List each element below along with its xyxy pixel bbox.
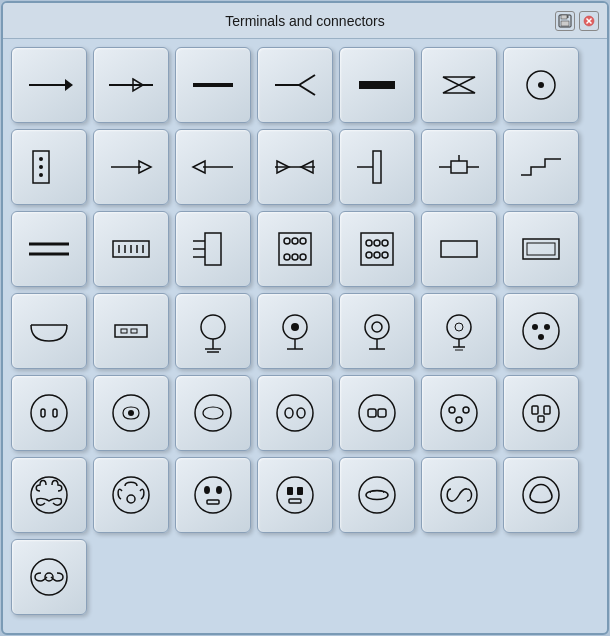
svg-point-114	[204, 486, 210, 494]
symbol-plug-round1[interactable]	[93, 375, 169, 451]
svg-point-53	[292, 238, 298, 244]
symbol-plug-3pin[interactable]	[421, 375, 497, 451]
svg-rect-34	[451, 161, 467, 173]
symbol-plug-twist1[interactable]	[421, 457, 497, 533]
svg-point-51	[284, 254, 290, 260]
symbol-junction-box[interactable]	[11, 129, 87, 205]
svg-rect-30	[373, 151, 381, 183]
symbol-power-plug[interactable]	[503, 293, 579, 369]
symbol-plug-twist2[interactable]	[503, 457, 579, 533]
symbol-plug-2pin-flat2[interactable]	[339, 375, 415, 451]
svg-point-97	[285, 408, 293, 418]
svg-point-105	[456, 417, 462, 423]
symbol-switch[interactable]	[421, 129, 497, 205]
symbol-arrow-line[interactable]	[93, 47, 169, 123]
svg-point-96	[277, 395, 313, 431]
svg-point-95	[195, 395, 231, 431]
svg-rect-64	[527, 243, 555, 255]
symbol-plug-3claw1[interactable]	[11, 457, 87, 533]
svg-marker-16	[443, 77, 475, 93]
symbol-connector-cross1[interactable]	[257, 211, 333, 287]
svg-rect-91	[41, 409, 45, 417]
svg-point-115	[216, 486, 222, 494]
svg-point-50	[300, 238, 306, 244]
svg-rect-1	[561, 15, 567, 19]
symbol-thick-line[interactable]	[339, 47, 415, 123]
svg-point-22	[39, 173, 43, 177]
svg-point-94	[128, 410, 134, 416]
svg-point-121	[359, 477, 395, 513]
svg-rect-101	[378, 409, 386, 417]
symbol-multipin[interactable]	[175, 211, 251, 287]
svg-rect-100	[368, 409, 376, 417]
svg-line-13	[299, 75, 315, 85]
svg-rect-15	[359, 81, 395, 89]
symbol-terminal-post[interactable]	[339, 129, 415, 205]
symbol-plug-3claw2[interactable]	[93, 457, 169, 533]
symbol-circle-ground1[interactable]	[175, 293, 251, 369]
svg-rect-92	[53, 409, 57, 417]
svg-point-110	[31, 477, 67, 513]
symbol-plug-last[interactable]	[11, 539, 87, 615]
symbol-bar[interactable]	[175, 47, 251, 123]
svg-rect-119	[297, 487, 303, 495]
svg-point-117	[277, 477, 313, 513]
svg-point-81	[447, 315, 471, 339]
svg-point-77	[365, 315, 389, 339]
svg-rect-118	[287, 487, 293, 495]
close-button[interactable]	[579, 11, 599, 31]
symbol-connector-cross2[interactable]	[339, 211, 415, 287]
svg-point-82	[455, 323, 463, 331]
symbol-hourglass[interactable]	[421, 47, 497, 123]
symbol-double-bar[interactable]	[11, 211, 87, 287]
svg-point-98	[297, 408, 305, 418]
svg-point-74	[291, 323, 299, 331]
svg-point-57	[374, 240, 380, 246]
symbol-plug-face2[interactable]	[257, 457, 333, 533]
svg-rect-120	[289, 499, 301, 503]
symbol-step-line[interactable]	[503, 129, 579, 205]
symbol-arrow-right-thin[interactable]	[93, 129, 169, 205]
svg-point-49	[284, 238, 290, 244]
svg-point-58	[382, 240, 388, 246]
svg-point-88	[544, 324, 550, 330]
svg-point-18	[538, 82, 544, 88]
symbol-rect-connector[interactable]	[421, 211, 497, 287]
svg-point-56	[366, 240, 372, 246]
symbol-arrow-left-thin[interactable]	[175, 129, 251, 205]
symbol-plug-oval1[interactable]	[339, 457, 415, 533]
symbol-circle-ground2[interactable]	[257, 293, 333, 369]
svg-point-78	[372, 322, 382, 332]
symbol-rect-connector2[interactable]	[503, 211, 579, 287]
svg-point-99	[359, 395, 395, 431]
window-controls	[555, 11, 599, 31]
svg-rect-108	[544, 406, 550, 414]
symbol-block-connector[interactable]	[93, 293, 169, 369]
symbol-double-arrow[interactable]	[257, 129, 333, 205]
svg-rect-109	[538, 416, 544, 422]
svg-rect-116	[207, 500, 219, 504]
symbol-tray-connector[interactable]	[11, 293, 87, 369]
svg-rect-2	[561, 21, 569, 26]
symbol-circle-dot[interactable]	[503, 47, 579, 123]
symbol-plug-2pin-flat[interactable]	[257, 375, 333, 451]
symbols-grid	[11, 47, 599, 615]
svg-point-123	[523, 477, 559, 513]
symbol-wave-bar[interactable]	[93, 211, 169, 287]
symbol-plug-round2[interactable]	[175, 375, 251, 451]
symbol-plug-3pin2[interactable]	[503, 375, 579, 451]
symbol-arrow-right[interactable]	[11, 47, 87, 123]
svg-rect-3	[567, 15, 569, 18]
symbol-circle-ground4[interactable]	[421, 293, 497, 369]
svg-rect-55	[361, 233, 393, 265]
svg-point-124	[31, 559, 67, 595]
symbol-plug-side[interactable]	[11, 375, 87, 451]
svg-point-60	[374, 252, 380, 258]
svg-point-54	[292, 254, 298, 260]
symbol-circle-ground3[interactable]	[339, 293, 415, 369]
save-button[interactable]	[555, 11, 575, 31]
svg-rect-63	[523, 239, 559, 259]
svg-point-113	[195, 477, 231, 513]
symbol-split[interactable]	[257, 47, 333, 123]
symbol-plug-face1[interactable]	[175, 457, 251, 533]
